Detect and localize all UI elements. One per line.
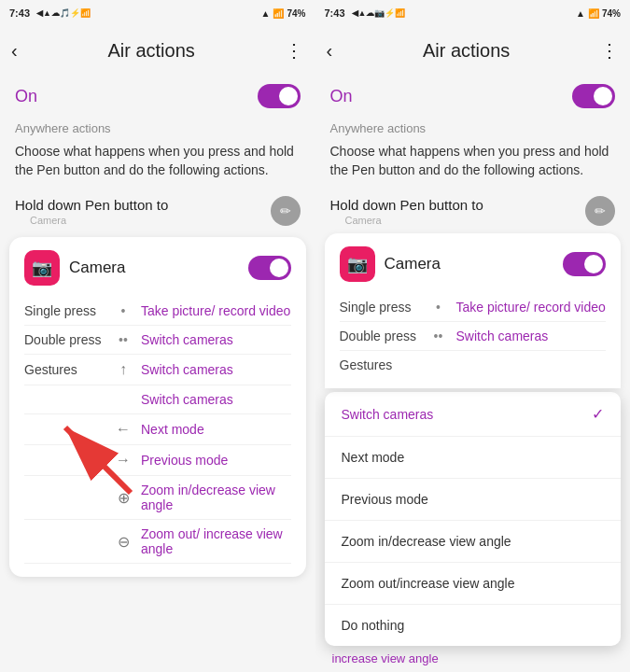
action-row-zoomin-left: ⊕ Zoom in/decrease view angle <box>24 476 291 520</box>
section-label-left: Anywhere actions <box>0 118 315 137</box>
action-value-gestures-left[interactable]: Switch cameras <box>141 362 291 377</box>
dropdown-item-5[interactable]: Do nothing <box>325 605 622 646</box>
top-bar-right: ‹ Air actions ⋮ <box>315 26 631 75</box>
top-bar-icons-left: ⋮ <box>285 39 303 62</box>
menu-button-right[interactable]: ⋮ <box>600 39 619 62</box>
arrow-up-icon: ↑ <box>113 361 133 378</box>
status-icons-left: ◀▲☁🎵⚡📶 <box>36 8 91 18</box>
edit-icon-left[interactable]: ✏ <box>271 196 301 226</box>
left-panel: 7:43 ◀▲☁🎵⚡📶 ▲ 📶 74% ‹ Air actions ⋮ On A… <box>0 0 315 672</box>
camera-icon-title-right: 📷 Camera <box>340 246 441 282</box>
camera-toggle-right[interactable] <box>563 252 606 276</box>
back-button-left[interactable]: ‹ <box>11 40 18 62</box>
zoom-in-icon: ⊕ <box>113 489 133 507</box>
dropdown-item-1[interactable]: Next mode <box>325 437 622 479</box>
action-value-switch-left[interactable]: Switch cameras <box>141 392 291 407</box>
toggle-switch-left[interactable] <box>258 84 301 108</box>
action-value-zoomout-left[interactable]: Zoom out/ increase view angle <box>141 526 291 556</box>
menu-button-left[interactable]: ⋮ <box>285 39 303 62</box>
action-dots-double-right: •• <box>428 329 449 343</box>
dropdown-item-0[interactable]: Switch cameras ✓ <box>325 392 622 437</box>
dropdown-item-4[interactable]: Zoom out/increase view angle <box>325 563 622 605</box>
dropdown-label-4: Zoom out/increase view angle <box>342 576 515 591</box>
hold-down-row-left: Hold down Pen button to Camera ✏ <box>0 189 315 233</box>
battery-left: 74% <box>287 8 305 19</box>
action-value-double-left[interactable]: Switch cameras <box>141 332 291 347</box>
dropdown-label-1: Next mode <box>342 450 405 465</box>
battery-right: 74% <box>602 8 621 19</box>
arrow-left2-icon: ← <box>113 421 133 438</box>
description-left: Choose what happens when you press and h… <box>0 137 315 189</box>
dropdown-label-3: Zoom in/decrease view angle <box>342 534 511 549</box>
toggle-label-right: On <box>330 87 353 106</box>
dropdown-label-2: Previous mode <box>342 492 428 507</box>
edit-icon-right[interactable]: ✏ <box>585 196 615 226</box>
bottom-text-right: increase view angle <box>315 646 631 671</box>
time-left: 7:43 <box>9 7 30 19</box>
sub-label-left: Camera <box>15 213 168 226</box>
action-label-single-right: Single press <box>340 300 428 315</box>
wifi-icon-left: 📶 <box>273 8 284 19</box>
action-row-zoomout-left: ⊖ Zoom out/ increase view angle <box>24 520 291 564</box>
status-right-right: ▲ 📶 74% <box>576 8 621 19</box>
camera-card-header-right: 📷 Camera <box>340 246 607 282</box>
action-dots-double-left: •• <box>113 332 133 347</box>
status-bar-left: 7:43 ◀▲☁🎵⚡📶 ▲ 📶 74% <box>0 0 315 26</box>
camera-card-right: 📷 Camera Single press • Take picture/ re… <box>325 233 622 388</box>
status-time-right: 7:43 ◀▲☁📷⚡📶 <box>325 7 406 19</box>
action-row-double-right: Double press •• Switch cameras <box>340 322 607 351</box>
action-dots-single-left: • <box>113 303 133 318</box>
action-label-gestures-right: Gestures <box>340 357 428 372</box>
camera-icon-left: 📷 <box>24 250 60 286</box>
top-bar-icons-right: ⋮ <box>600 39 619 62</box>
zoom-out-icon: ⊖ <box>113 533 133 551</box>
action-row-next-left: ← Next mode <box>24 414 291 445</box>
dropdown-item-3[interactable]: Zoom in/decrease view angle <box>325 521 622 563</box>
action-row-double-left: Double press •• Switch cameras <box>24 326 291 355</box>
back-button-right[interactable]: ‹ <box>327 40 333 62</box>
time-right: 7:43 <box>325 7 345 19</box>
action-value-next-left[interactable]: Next mode <box>141 422 291 437</box>
camera-icon-right: 📷 <box>340 246 375 282</box>
action-label-double-left: Double press <box>24 332 113 347</box>
hold-label-left: Hold down Pen button to <box>15 197 168 213</box>
camera-title-left: Camera <box>69 259 125 277</box>
wifi-icon-right: 📶 <box>588 8 599 19</box>
action-label-gestures-left: Gestures <box>24 362 113 377</box>
action-row-gestures-left: Gestures ↑ Switch cameras <box>24 355 291 385</box>
page-title-right: Air actions <box>423 40 510 62</box>
page-title-left: Air actions <box>107 40 194 62</box>
action-row-single-right: Single press • Take picture/ record vide… <box>340 293 607 322</box>
section-label-right: Anywhere actions <box>315 118 631 137</box>
action-row-prev-left: → Previous mode <box>24 445 291 476</box>
sub-label-right: Camera <box>330 213 483 226</box>
dropdown-menu: Switch cameras ✓ Next mode Previous mode… <box>325 392 622 646</box>
status-time-left: 7:43 ◀▲☁🎵⚡📶 <box>9 7 91 19</box>
description-right: Choose what happens when you press and h… <box>315 137 631 189</box>
right-panel: 7:43 ◀▲☁📷⚡📶 ▲ 📶 74% ‹ Air actions ⋮ On A… <box>315 0 631 672</box>
action-value-prev-left[interactable]: Previous mode <box>141 453 291 468</box>
check-icon-0: ✓ <box>592 405 604 423</box>
hold-down-row-right: Hold down Pen button to Camera ✏ <box>315 189 631 233</box>
action-label-single-left: Single press <box>24 303 113 318</box>
action-value-single-right[interactable]: Take picture/ record video <box>456 300 607 315</box>
action-label-double-right: Double press <box>340 329 428 343</box>
dropdown-item-2[interactable]: Previous mode <box>325 479 622 521</box>
signal-icon-right: ▲ <box>576 8 585 19</box>
status-right-left: ▲ 📶 74% <box>261 8 306 19</box>
camera-card-header-left: 📷 Camera <box>24 250 291 286</box>
action-value-double-right[interactable]: Switch cameras <box>456 329 607 343</box>
action-value-single-left[interactable]: Take picture/ record video <box>141 303 291 318</box>
dropdown-label-0: Switch cameras <box>342 407 434 422</box>
toggle-row-left: On <box>0 75 315 118</box>
toggle-label-left: On <box>15 87 37 106</box>
action-row-gestures-right: Gestures <box>340 351 607 379</box>
camera-icon-title-left: 📷 Camera <box>24 250 125 286</box>
toggle-switch-right[interactable] <box>572 84 615 108</box>
camera-card-left: 📷 Camera Single press • Take picture/ re… <box>9 237 306 577</box>
action-row-single-left: Single press • Take picture/ record vide… <box>24 297 291 326</box>
action-value-zoomin-left[interactable]: Zoom in/decrease view angle <box>141 483 291 512</box>
top-bar-left: ‹ Air actions ⋮ <box>0 26 315 75</box>
camera-title-right: Camera <box>385 255 441 273</box>
camera-toggle-left[interactable] <box>248 256 291 280</box>
